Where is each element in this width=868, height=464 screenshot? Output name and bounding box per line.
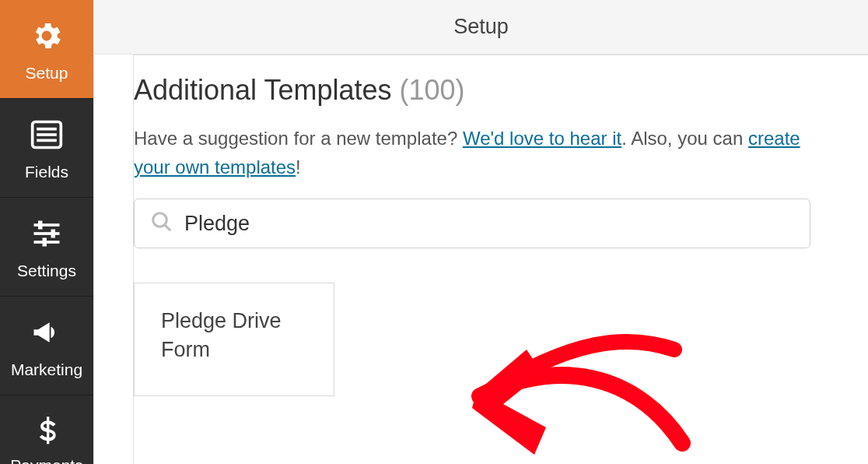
suggestion-link[interactable]: We'd love to hear it [463, 128, 621, 149]
dollar-icon [31, 414, 62, 448]
svg-rect-7 [38, 221, 43, 230]
sidebar-item-label: Setup [26, 64, 68, 83]
list-icon [30, 118, 64, 155]
lead-text: Have a suggestion for a new template? We… [134, 124, 818, 181]
heading-text: Additional Templates [134, 74, 400, 106]
lead-part: Have a suggestion for a new template? [134, 128, 463, 149]
svg-line-11 [165, 225, 171, 231]
content: Additional Templates (100) Have a sugges… [133, 54, 868, 464]
svg-rect-8 [51, 230, 56, 238]
search-box[interactable] [134, 199, 810, 248]
bullhorn-icon [30, 315, 64, 353]
page-title: Setup [453, 15, 509, 39]
sidebar: Setup Fields Settings Marketing Payments [0, 0, 93, 464]
sidebar-item-label: Payments [10, 456, 82, 464]
svg-rect-2 [37, 133, 57, 136]
lead-part: . Also, you can [621, 128, 748, 149]
main: Setup Additional Templates (100) Have a … [93, 0, 868, 464]
svg-rect-4 [34, 223, 60, 227]
heading-count: (100) [400, 74, 465, 106]
lead-part: ! [296, 156, 301, 178]
template-results: Pledge Drive Form [134, 283, 845, 396]
sidebar-item-payments[interactable]: Payments [0, 395, 93, 464]
search-input[interactable] [184, 212, 794, 236]
sidebar-item-label: Fields [25, 163, 68, 181]
page-header: Setup [93, 0, 868, 54]
svg-point-10 [153, 213, 167, 227]
sidebar-item-marketing[interactable]: Marketing [0, 297, 93, 395]
sidebar-item-fields[interactable]: Fields [0, 99, 93, 198]
sidebar-item-settings[interactable]: Settings [0, 198, 93, 297]
sidebar-item-setup[interactable]: Setup [0, 0, 93, 99]
template-card[interactable]: Pledge Drive Form [134, 283, 334, 396]
left-gutter [94, 54, 133, 464]
svg-rect-3 [37, 139, 57, 142]
sidebar-item-label: Settings [17, 262, 76, 280]
svg-rect-9 [43, 238, 47, 247]
template-name: Pledge Drive Form [161, 309, 282, 360]
section-heading: Additional Templates (100) [134, 74, 845, 107]
gear-icon [30, 19, 64, 56]
svg-rect-5 [34, 232, 60, 235]
sidebar-item-label: Marketing [11, 360, 82, 379]
search-icon [150, 210, 173, 237]
sliders-icon [30, 216, 64, 254]
svg-rect-1 [37, 128, 57, 131]
